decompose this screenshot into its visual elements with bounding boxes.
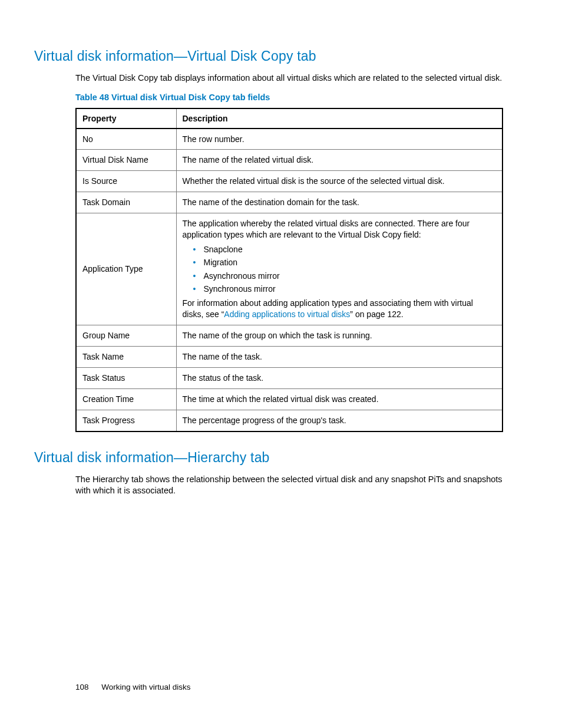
desc-cell: The name of the destination domain for t… bbox=[176, 192, 503, 213]
page-footer: 108 Working with virtual disks bbox=[75, 683, 191, 691]
table-row: Task Progress The percentage progress of… bbox=[76, 410, 503, 431]
list-item: Synchronous mirror bbox=[193, 282, 497, 295]
table-row: Task Name The name of the task. bbox=[76, 347, 503, 368]
section-heading-hierarchy-tab: Virtual disk information—Hierarchy tab bbox=[34, 450, 503, 466]
app-tail-post: ” on page 122. bbox=[350, 309, 403, 319]
desc-cell: The name of the task. bbox=[176, 347, 503, 368]
list-item: Migration bbox=[193, 256, 497, 269]
desc-cell: The name of the group on which the task … bbox=[176, 325, 503, 347]
table-row: Group Name The name of the group on whic… bbox=[76, 325, 503, 347]
xref-adding-applications[interactable]: Adding applications to virtual disks bbox=[224, 309, 350, 319]
section-heading-copy-tab: Virtual disk information—Virtual Disk Co… bbox=[34, 48, 503, 64]
table-row: No The row number. bbox=[76, 129, 503, 150]
intro-copy-tab: The Virtual Disk Copy tab displays infor… bbox=[34, 73, 503, 84]
prop-cell: Group Name bbox=[76, 325, 176, 347]
desc-cell: The row number. bbox=[176, 129, 503, 150]
prop-cell: Task Name bbox=[76, 347, 176, 368]
prop-cell: Virtual Disk Name bbox=[76, 150, 176, 171]
desc-cell: The time at which the related virtual di… bbox=[176, 388, 503, 410]
app-lead: The application whereby the related virt… bbox=[183, 219, 470, 239]
prop-cell: Application Type bbox=[76, 213, 176, 325]
desc-cell: The status of the task. bbox=[176, 368, 503, 389]
table-row: Task Domain The name of the destination … bbox=[76, 192, 503, 213]
table-row: Task Status The status of the task. bbox=[76, 368, 503, 389]
table-row: Virtual Disk Name The name of the relate… bbox=[76, 150, 503, 171]
list-item: Asynchronous mirror bbox=[193, 269, 497, 282]
prop-cell: Task Status bbox=[76, 368, 176, 389]
table-caption: Table 48 Virtual disk Virtual Disk Copy … bbox=[34, 93, 503, 102]
desc-cell: The application whereby the related virt… bbox=[176, 213, 503, 325]
col-header-description: Description bbox=[176, 108, 503, 129]
prop-cell: Creation Time bbox=[76, 388, 176, 410]
desc-cell: Whether the related virtual disk is the … bbox=[176, 171, 503, 192]
prop-cell: Task Domain bbox=[76, 192, 176, 213]
prop-cell: Is Source bbox=[76, 171, 176, 192]
prop-cell: No bbox=[76, 129, 176, 150]
page-number: 108 bbox=[75, 683, 89, 691]
prop-cell: Task Progress bbox=[76, 410, 176, 431]
intro-hierarchy-tab: The Hierarchy tab shows the relationship… bbox=[34, 474, 503, 497]
list-item: Snapclone bbox=[193, 243, 497, 256]
table-row: Creation Time The time at which the rela… bbox=[76, 388, 503, 410]
chapter-title: Working with virtual disks bbox=[101, 683, 190, 691]
table-row: Is Source Whether the related virtual di… bbox=[76, 171, 503, 192]
fields-table: Property Description No The row number. … bbox=[75, 108, 503, 432]
col-header-property: Property bbox=[76, 108, 176, 129]
table-row: Application Type The application whereby… bbox=[76, 213, 503, 325]
desc-cell: The percentage progress of the group's t… bbox=[176, 410, 503, 431]
app-type-list: Snapclone Migration Asynchronous mirror … bbox=[183, 243, 497, 296]
desc-cell: The name of the related virtual disk. bbox=[176, 150, 503, 171]
